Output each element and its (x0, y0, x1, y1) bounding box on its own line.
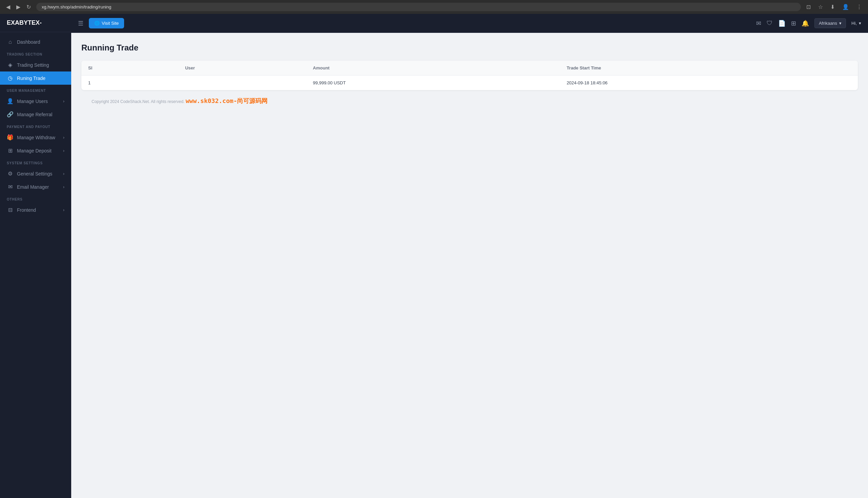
cell-user (178, 76, 306, 90)
table-body: 1 99,999.00 USDT 2024-09-18 18:45:06 (81, 76, 858, 90)
sidebar-item-runing-trade[interactable]: ◷ Runing Trade (0, 71, 71, 85)
language-label: Afrikaans (819, 21, 837, 26)
navbar-left: ☰ 🌐 Visit Site (78, 18, 124, 28)
manage-users-icon: 👤 (7, 98, 14, 104)
document-icon-button[interactable]: 📄 (778, 19, 786, 27)
section-label-system-settings: SYSTEM SETTINGS (0, 157, 71, 167)
visit-site-label: Visit Site (102, 21, 119, 26)
language-selector[interactable]: Afrikaans ▾ (814, 18, 846, 28)
profile-button[interactable]: 👤 (840, 3, 851, 11)
sidebar-item-email-manager[interactable]: ✉ Email Manager › (0, 180, 71, 194)
sidebar-item-manage-deposit[interactable]: ⊞ Manage Deposit › (0, 144, 71, 157)
table-header-row: Sl User Amount Trade Start Time (81, 61, 858, 76)
running-trade-table-container: Sl User Amount Trade Start Time 1 99,999… (81, 61, 858, 90)
visit-site-button[interactable]: 🌐 Visit Site (89, 18, 124, 28)
download-button[interactable]: ⬇ (828, 3, 837, 11)
sidebar-item-label: Trading Setting (17, 62, 49, 68)
navbar-right: ✉ 🛡 📄 ⊞ 🔔 Afrikaans ▾ Hi, ▾ (756, 18, 861, 28)
sidebar-item-label: Frontend (17, 207, 36, 213)
sidebar-item-frontend[interactable]: ⊟ Frontend › (0, 203, 71, 217)
user-greeting: Hi, ▾ (851, 21, 861, 26)
address-bar-url: xg.hwym.shop/admin/trading/runing (42, 4, 111, 10)
section-label-payment: PAYMENT AND PAYOUT (0, 121, 71, 131)
page-title: Running Trade (81, 43, 858, 53)
col-header-user: User (178, 61, 306, 76)
runing-trade-icon: ◷ (7, 75, 14, 81)
sidebar-item-label: Runing Trade (17, 76, 46, 81)
email-manager-icon: ✉ (7, 184, 14, 190)
browser-action-buttons: ⊡ ☆ ⬇ 👤 ⋮ (804, 3, 864, 11)
col-header-amount: Amount (306, 61, 560, 76)
app-layout: EXABYTEX- ⌂ Dashboard TRADING SECTION ◈ … (0, 14, 868, 498)
running-trade-table: Sl User Amount Trade Start Time 1 99,999… (81, 61, 858, 90)
sidebar-item-label: General Settings (17, 171, 52, 176)
bookmark-button[interactable]: ☆ (816, 3, 825, 11)
table-header: Sl User Amount Trade Start Time (81, 61, 858, 76)
visit-site-icon: 🌐 (94, 21, 100, 26)
cell-trade-start-time: 2024-09-18 18:45:06 (560, 76, 858, 90)
sidebar: EXABYTEX- ⌂ Dashboard TRADING SECTION ◈ … (0, 14, 71, 498)
manage-referral-icon: 🔗 (7, 111, 14, 118)
chevron-right-icon: › (63, 208, 64, 212)
menu-toggle-button[interactable]: ☰ (78, 19, 84, 27)
sidebar-item-label: Email Manager (17, 184, 49, 190)
main-footer: Copyright 2024 CodeShack.Net. All rights… (81, 90, 858, 112)
col-header-trade-start-time: Trade Start Time (560, 61, 858, 76)
chevron-right-icon: › (63, 148, 64, 153)
cast-button[interactable]: ⊡ (804, 3, 813, 11)
col-header-sl: Sl (81, 61, 178, 76)
grid-icon-button[interactable]: ⊞ (791, 19, 796, 27)
cell-amount: 99,999.00 USDT (306, 76, 560, 90)
section-label-trading: TRADING SECTION (0, 49, 71, 58)
watermark-text: www.sk032.com-尚可源码网 (186, 97, 268, 104)
more-button[interactable]: ⋮ (854, 3, 864, 11)
manage-withdraw-icon: 🎁 (7, 134, 14, 141)
sidebar-item-dashboard[interactable]: ⌂ Dashboard (0, 36, 71, 49)
bell-icon-button[interactable]: 🔔 (802, 19, 809, 27)
forward-button[interactable]: ▶ (14, 3, 22, 11)
table-row: 1 99,999.00 USDT 2024-09-18 18:45:06 (81, 76, 858, 90)
sidebar-item-manage-users[interactable]: 👤 Manage Users › (0, 94, 71, 108)
sidebar-item-label: Manage Referral (17, 112, 52, 117)
home-icon: ⌂ (7, 39, 14, 45)
general-settings-icon: ⚙ (7, 170, 14, 177)
top-navbar: ☰ 🌐 Visit Site ✉ 🛡 📄 ⊞ 🔔 Afrikaans ▾ Hi, (71, 14, 868, 33)
chevron-down-icon: ▾ (839, 21, 842, 26)
sidebar-brand: EXABYTEX- (0, 14, 71, 32)
sidebar-item-manage-referral[interactable]: 🔗 Manage Referral (0, 108, 71, 121)
right-panel: ☰ 🌐 Visit Site ✉ 🛡 📄 ⊞ 🔔 Afrikaans ▾ Hi, (71, 14, 868, 498)
browser-chrome: ◀ ▶ ↻ xg.hwym.shop/admin/trading/runing … (0, 0, 868, 14)
reload-button[interactable]: ↻ (24, 3, 33, 11)
sidebar-item-general-settings[interactable]: ⚙ General Settings › (0, 167, 71, 180)
sidebar-item-trading-setting[interactable]: ◈ Trading Setting (0, 58, 71, 71)
sidebar-item-label: Manage Withdraw (17, 135, 55, 140)
sidebar-item-label: Manage Users (17, 99, 48, 104)
back-button[interactable]: ◀ (4, 3, 12, 11)
chevron-right-icon: › (63, 171, 64, 176)
browser-nav-buttons: ◀ ▶ ↻ (4, 3, 33, 11)
chevron-down-icon: ▾ (859, 21, 861, 26)
chevron-right-icon: › (63, 135, 64, 140)
sidebar-item-label: Manage Deposit (17, 148, 52, 154)
manage-deposit-icon: ⊞ (7, 147, 14, 154)
copyright-text: Copyright 2024 CodeShack.Net. All rights… (91, 99, 184, 104)
trading-setting-icon: ◈ (7, 62, 14, 68)
frontend-icon: ⊟ (7, 207, 14, 213)
sidebar-item-label: Dashboard (17, 39, 40, 45)
messages-icon-button[interactable]: ✉ (756, 19, 761, 27)
address-bar[interactable]: xg.hwym.shop/admin/trading/runing (36, 3, 801, 11)
section-label-user-management: USER MANAGEMENT (0, 85, 71, 94)
greeting-text: Hi, (851, 21, 857, 26)
shield-icon-button[interactable]: 🛡 (767, 19, 773, 27)
cell-sl: 1 (81, 76, 178, 90)
chevron-right-icon: › (63, 99, 64, 104)
main-content: Running Trade Sl User Amount Trade Start… (71, 33, 868, 498)
sidebar-nav: ⌂ Dashboard TRADING SECTION ◈ Trading Se… (0, 32, 71, 498)
chevron-right-icon: › (63, 185, 64, 189)
sidebar-item-manage-withdraw[interactable]: 🎁 Manage Withdraw › (0, 131, 71, 144)
section-label-others: OTHERS (0, 194, 71, 203)
